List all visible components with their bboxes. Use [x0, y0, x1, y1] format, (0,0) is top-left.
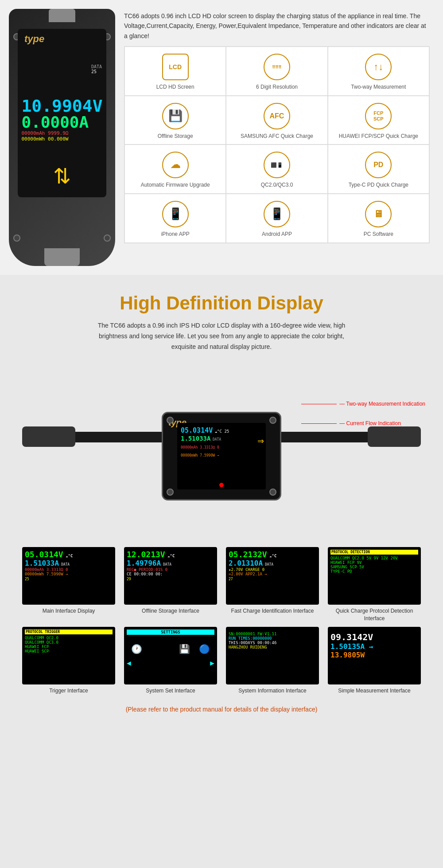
hd-section: High Definition Display The TC66 adopts …: [0, 275, 443, 370]
twoway-annotation: — Two-way Measurement Indication: [301, 401, 425, 407]
settings-icons: 🕐 ☀ ❄ 💾 🔵: [127, 644, 214, 654]
tc66-display: 05.0314V ☁°C 25 1.51033A DATA ⇒ 00000mAh…: [177, 423, 266, 489]
trigger-line1: QUALCOMM QC2.0: [25, 636, 113, 640]
feature-6digit-label: 6 Digit Resolution: [256, 84, 298, 91]
offline-label: Offline Storage Interface: [142, 607, 199, 615]
offline-voltage: 12.0213V ☁°C: [127, 550, 214, 559]
feature-android-label: Android APP: [262, 231, 292, 238]
fastcharge-label: Fast Charge Identification Interface: [231, 607, 314, 615]
feature-offline-label: Offline Storage: [158, 133, 193, 140]
qc-line2: HUAWEI FCP 9V: [330, 560, 418, 565]
main-current: 1.51033A DATA: [25, 559, 113, 567]
data-indicator: DATA25: [91, 64, 102, 74]
simple-label: Simple Measurement Interface: [338, 687, 410, 695]
intro-text: TC66 adopts 0.96 inch LCD HD color scree…: [124, 9, 430, 41]
annot-line-2: [301, 423, 337, 424]
arrow-icon: ⇅: [53, 164, 71, 188]
qc-line3: SAMSUNG SCP 5V: [330, 565, 418, 569]
feature-qc-label: QC2.0/QC3.0: [261, 182, 293, 189]
settings-snowflake-icon: ❄: [165, 644, 171, 654]
sysinfo-line4: HANGZHOU RUIDENG: [229, 645, 316, 649]
screen-simple: 09.3142V 1.50135A → 13.9805W: [328, 627, 421, 684]
feature-pd: PD Type-C PD Quick Charge: [328, 145, 429, 194]
screen-trigger: PROTOCOL TRIGGER QUALCOMM QC2.0 QUALCOMM…: [22, 627, 115, 684]
screen-settings: SETTINGS 🕐 ☀ ❄ 💾 🔵 ◀ ▶: [124, 627, 217, 684]
feature-iphone-label: iPhone APP: [161, 231, 190, 238]
trigger-label: Trigger Interface: [49, 687, 88, 695]
6digit-icon: ⠿⠿⠿: [264, 54, 290, 80]
interface-main: 05.0314V ☁°C 1.51033A DATA 00000mAh 3.33…: [20, 547, 117, 622]
offline-line2: CE 00:00:00 00:: [127, 572, 214, 576]
feature-fcpscp: FCPSCP HUAWEI FCP/SCP Quick Charge: [328, 96, 429, 145]
fast-voltage: 05.2132V ☁°C: [229, 550, 316, 559]
red-dot: [219, 483, 224, 487]
interface-offline: 12.0213V ☁°C 1.49796A DATA REC● PERIOD:0…: [122, 547, 219, 622]
feature-fcpscp-label: HUAWEI FCP/SCP Quick Charge: [339, 133, 418, 140]
twoway-icon: ↑↓: [365, 54, 392, 80]
device-screen: type DATA25 10.9904V 0.0000A 00000mAh 99…: [18, 29, 106, 197]
qc-line4: TYPE-C PD: [330, 569, 418, 574]
settings-header: SETTINGS: [127, 629, 214, 635]
firmware-icon: ☁: [162, 152, 189, 178]
settings-label: System Set Interface: [146, 687, 195, 695]
screw-bl: [13, 235, 20, 242]
feature-offline: 💾 Offline Storage: [124, 96, 226, 145]
screen-main: 05.0314V ☁°C 1.51033A DATA 00000mAh 3.33…: [22, 547, 115, 605]
settings-clock-icon: 🕐: [131, 644, 142, 654]
main-line2: 00000mWh 7.5990W →: [25, 572, 113, 576]
android-icon: 📱: [264, 201, 290, 227]
trigger-line4: HUAWEI SCP: [25, 649, 113, 653]
right-info-panel: TC66 adopts 0.96 inch LCD HD color scree…: [124, 9, 430, 243]
features-grid: LCD LCD HD Screen ⠿⠿⠿ 6 Digit Resolution…: [124, 46, 430, 243]
pc-icon: 🖥: [365, 201, 392, 227]
quickcharge-label: Quick Charge Protocol Detection Interfac…: [326, 607, 423, 622]
interface-simple: 09.3142V 1.50135A → 13.9805W Simple Meas…: [326, 627, 423, 695]
screen-offline: 12.0213V ☁°C 1.49796A DATA REC● PERIOD:0…: [124, 547, 217, 605]
fast-line2: =2.00V APP2.1A →: [229, 572, 316, 576]
main-label: Main Interface Display: [43, 607, 95, 615]
center-data: DATA: [213, 438, 221, 442]
simple-current: 1.50135A →: [330, 642, 418, 651]
sysinfo-line3: THIS:00DAYS 00:00:46: [229, 641, 316, 645]
disclaimer: (Please refer to the product manual for …: [9, 699, 434, 719]
interface-quickcharge: PROTOCOL DETECTION QUALCOMM QC2.0 5V 9V …: [326, 547, 423, 622]
sysinfo-line1: SN:00000001 FW:V1.11: [229, 632, 316, 636]
top-section: type DATA25 10.9904V 0.0000A 00000mAh 99…: [0, 0, 443, 275]
left-connector: [22, 426, 75, 447]
cable-section: type 05.0314V ☁°C 25 1.51033A DATA ⇒ 000…: [0, 370, 443, 543]
settings-left-arrow: ◀: [127, 659, 131, 667]
feature-6digit: ⠿⠿⠿ 6 Digit Resolution: [226, 47, 327, 96]
interface-trigger: PROTOCOL TRIGGER QUALCOMM QC2.0 QUALCOMM…: [20, 627, 117, 695]
feature-android: 📱 Android APP: [226, 194, 327, 243]
cable-scene: type 05.0314V ☁°C 25 1.51033A DATA ⇒ 000…: [9, 379, 434, 534]
afc-icon: AFC: [264, 103, 290, 129]
center-voltage: 05.0314V: [181, 426, 213, 434]
simple-voltage: 09.3142V: [330, 632, 418, 642]
feature-twoway-label: Two-way Measurement: [351, 84, 406, 91]
right-connector: [368, 426, 421, 447]
temp-data: ☁°C 25: [215, 429, 229, 434]
hd-title: High Definition Display: [27, 293, 416, 314]
feature-twoway: ↑↓ Two-way Measurement: [328, 47, 429, 96]
currentflow-annotation: — Current Flow Indication: [301, 420, 425, 426]
hd-description: The TC66 adopts a 0.96 inch IPS HD color…: [89, 321, 354, 352]
device-screw-br: [269, 489, 276, 496]
trigger-header: PROTOCOL TRIGGER: [25, 629, 113, 634]
fast-line1: ★2.70V CHARGE 0: [229, 567, 316, 572]
feature-pc-label: PC Software: [364, 231, 393, 238]
lcd-icon: LCD: [162, 54, 189, 80]
trigger-line2: QUALCOMM QC3.0: [25, 640, 113, 645]
device-screw-bl: [167, 489, 174, 496]
center-current: 1.51033A: [181, 435, 210, 442]
settings-right-arrow: ▶: [210, 659, 214, 667]
fcpscp-icon: FCPSCP: [365, 103, 392, 129]
feature-qc: ⬛📱 QC2.0/QC3.0: [226, 145, 327, 194]
settings-arrows: ◀ ▶: [127, 659, 214, 667]
interfaces-row-1: 05.0314V ☁°C 1.51033A DATA 00000mAh 3.33…: [9, 547, 434, 622]
direction-arrow: ⇒: [257, 436, 264, 446]
annot-line-1: [301, 404, 337, 404]
offline-num: 29: [127, 577, 214, 581]
settings-bt-icon: 🔵: [199, 644, 210, 654]
feature-afc: AFC SAMSUNG AFC Quick Charge: [226, 96, 327, 145]
settings-save-icon: 💾: [179, 644, 190, 654]
